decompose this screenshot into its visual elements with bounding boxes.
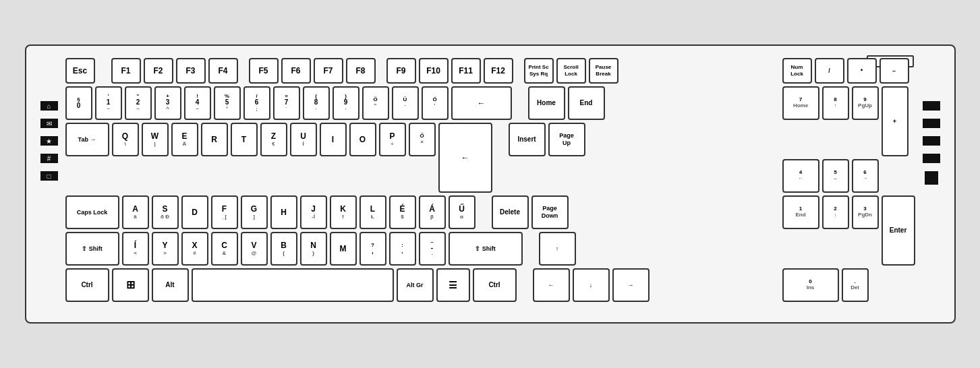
key-num0[interactable]: 0Ins <box>782 268 839 302</box>
volume-down-icon[interactable] <box>923 136 940 146</box>
key-x[interactable]: X# <box>181 232 208 266</box>
key-9[interactable]: )9· <box>333 86 359 120</box>
note-icon[interactable] <box>923 101 940 111</box>
key-pageup[interactable]: PageUp <box>548 123 585 156</box>
volume-up-icon[interactable] <box>923 119 940 128</box>
key-arrow-right[interactable]: → <box>612 268 650 302</box>
key-f11[interactable]: F11 <box>451 58 481 84</box>
document-icon[interactable]: □ <box>40 171 58 181</box>
key-shift-left[interactable]: ⇧ Shift <box>65 232 119 266</box>
key-i-acute[interactable]: Í< <box>122 232 149 266</box>
key-menu[interactable]: ☰ <box>436 268 470 302</box>
key-num9[interactable]: 9PgUp <box>852 86 879 120</box>
key-f8[interactable]: F8 <box>346 58 376 84</box>
key-ctrl-right[interactable]: Ctrl <box>473 268 517 302</box>
key-b[interactable]: B{ <box>270 232 297 266</box>
key-esc[interactable]: Esc <box>65 58 95 84</box>
star-icon[interactable]: ★ <box>40 136 58 146</box>
key-altgr[interactable]: Alt Gr <box>397 268 434 302</box>
key-arrow-up[interactable]: ↑ <box>539 232 576 266</box>
key-win[interactable]: ⊞ <box>112 268 149 302</box>
key-shift-right[interactable]: ⇧ Shift <box>449 232 523 266</box>
key-ctrl-left[interactable]: Ctrl <box>65 268 109 302</box>
key-num7[interactable]: 7Home <box>782 86 819 120</box>
key-a[interactable]: Aä <box>122 195 149 229</box>
key-4[interactable]: !4~ <box>184 86 211 120</box>
home-icon[interactable]: ⌂ <box>40 101 58 111</box>
key-comma[interactable]: ?, <box>359 232 386 266</box>
key-end[interactable]: End <box>568 86 605 120</box>
key-o-double-acute[interactable]: Ő× <box>409 123 436 156</box>
key-num4[interactable]: 4← <box>782 159 819 193</box>
key-minus[interactable]: –-· <box>419 232 446 266</box>
calculator-icon[interactable]: # <box>40 154 58 163</box>
key-i[interactable]: I <box>320 123 347 156</box>
key-num-plus[interactable]: + <box>882 86 909 156</box>
play-pause-icon[interactable] <box>923 154 940 163</box>
key-num-slash[interactable]: / <box>815 58 844 84</box>
key-num3[interactable]: 3PgDn <box>852 195 879 229</box>
key-8[interactable]: (8· <box>303 86 330 120</box>
key-o-umlaut[interactable]: Ö" <box>362 86 389 120</box>
key-backspace[interactable]: ← <box>451 86 512 120</box>
key-n[interactable]: N} <box>300 232 327 266</box>
key-2[interactable]: "2~ <box>125 86 152 120</box>
key-f6[interactable]: F6 <box>281 58 311 84</box>
key-arrow-left[interactable]: ← <box>533 268 570 302</box>
key-v[interactable]: V@ <box>241 232 268 266</box>
key-space[interactable] <box>192 268 394 302</box>
key-f10[interactable]: F10 <box>419 58 449 84</box>
key-f1[interactable]: F1 <box>111 58 141 84</box>
key-a-acute[interactable]: Áβ <box>419 195 446 229</box>
key-scrolllock[interactable]: ScrollLock <box>556 58 586 84</box>
envelope-icon[interactable]: ✉ <box>40 119 58 128</box>
key-section[interactable]: §0 <box>65 86 92 120</box>
key-3[interactable]: +3^ <box>154 86 181 120</box>
key-p[interactable]: P÷ <box>379 123 406 156</box>
key-pagedown[interactable]: PageDown <box>531 195 569 229</box>
key-s[interactable]: Sð Đ <box>152 195 179 229</box>
key-insert[interactable]: Insert <box>509 123 546 156</box>
key-z[interactable]: Z€ <box>260 123 287 156</box>
key-m[interactable]: M <box>330 232 357 266</box>
key-h[interactable]: H <box>270 195 297 229</box>
key-numlock[interactable]: NumLock <box>782 58 812 84</box>
key-num8[interactable]: 8↑ <box>822 86 849 120</box>
key-f3[interactable]: F3 <box>176 58 206 84</box>
key-7[interactable]: =7` <box>273 86 300 120</box>
key-f[interactable]: F_[ <box>211 195 238 229</box>
key-num2[interactable]: 2↓ <box>822 195 849 229</box>
key-f12[interactable]: F12 <box>484 58 513 84</box>
key-g[interactable]: G] <box>241 195 268 229</box>
key-u-double-acute[interactable]: Űα <box>449 195 475 229</box>
key-num6[interactable]: 6→ <box>852 159 879 193</box>
key-tab[interactable]: Tab → <box>65 123 109 156</box>
key-q[interactable]: Q\ <box>112 123 139 156</box>
square-icon[interactable] <box>925 171 938 185</box>
key-capslock[interactable]: Caps Lock <box>65 195 119 229</box>
key-num-star[interactable]: * <box>847 58 877 84</box>
key-arrow-down[interactable]: ↓ <box>573 268 610 302</box>
key-y[interactable]: Y> <box>152 232 179 266</box>
key-f7[interactable]: F7 <box>314 58 343 84</box>
key-f2[interactable]: F2 <box>144 58 173 84</box>
key-enter-top[interactable]: ← <box>438 123 492 193</box>
key-6[interactable]: /6; <box>243 86 270 120</box>
key-num1[interactable]: 1End <box>782 195 819 229</box>
key-o-acute[interactable]: Ó' <box>422 86 449 120</box>
key-numenter[interactable]: Enter <box>882 195 915 266</box>
key-o[interactable]: O <box>349 123 376 156</box>
key-f9[interactable]: F9 <box>386 58 416 84</box>
key-d[interactable]: D <box>181 195 208 229</box>
key-r[interactable]: R <box>201 123 228 156</box>
key-f4[interactable]: F4 <box>208 58 238 84</box>
key-e[interactable]: EÄ <box>171 123 198 156</box>
key-u-umlaut[interactable]: Ü· <box>392 86 419 120</box>
key-alt-left[interactable]: Alt <box>152 268 189 302</box>
key-numdel[interactable]: .Del <box>842 268 869 302</box>
key-j[interactable]: J-Í <box>300 195 327 229</box>
key-home[interactable]: Home <box>528 86 565 120</box>
key-num-minus[interactable]: – <box>880 58 909 84</box>
key-period[interactable]: :. <box>389 232 416 266</box>
key-k[interactable]: K† <box>330 195 357 229</box>
